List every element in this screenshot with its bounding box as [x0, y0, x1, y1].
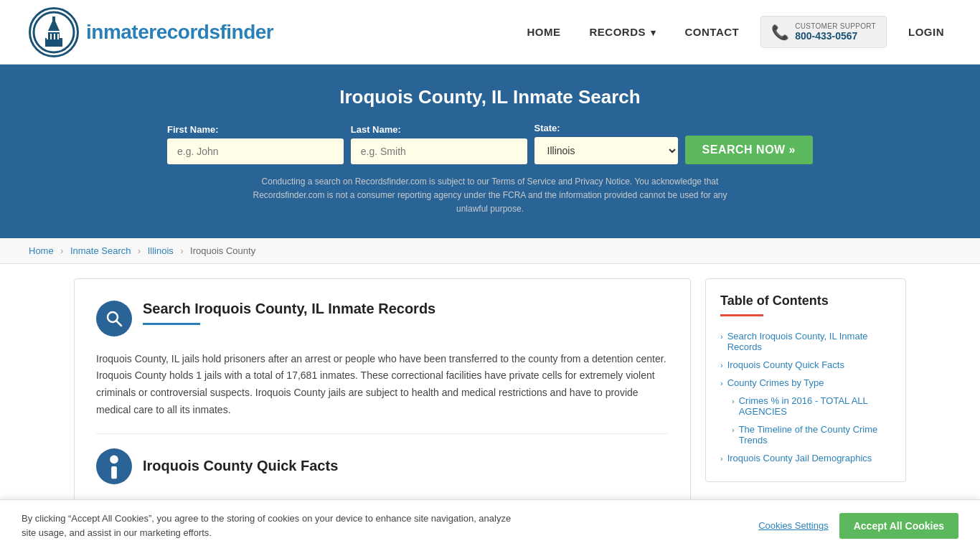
state-group: State: Illinois Alabama Alaska Arizona C… — [534, 123, 678, 164]
hero-disclaimer: Conducting a search on Recordsfinder.com… — [239, 175, 741, 217]
svg-rect-8 — [57, 34, 59, 39]
toc-chevron-1: › — [720, 332, 723, 341]
quick-facts-header: Iroquois County Quick Facts — [96, 448, 669, 484]
svg-rect-6 — [50, 34, 52, 39]
breadcrumb: Home › Inmate Search › Illinois › Iroquo… — [0, 238, 980, 264]
logo-icon — [29, 7, 79, 57]
section-1-header: Search Iroquois County, IL Inmate Record… — [96, 301, 669, 336]
support-number: 800-433-0567 — [795, 30, 876, 42]
last-name-group: Last Name: — [351, 124, 527, 164]
breadcrumb-illinois[interactable]: Illinois — [148, 245, 174, 256]
site-name: inmaterecordsfinder — [86, 21, 273, 44]
quick-facts-title: Iroquois County Quick Facts — [143, 458, 338, 474]
state-select[interactable]: Illinois Alabama Alaska Arizona Californ… — [534, 137, 678, 164]
toc-link-3[interactable]: › County Crimes by Type — [720, 377, 891, 388]
support-button[interactable]: 📞 CUSTOMER SUPPORT 800-433-0567 — [760, 16, 887, 48]
nav-records[interactable]: RECORDS — [582, 22, 663, 42]
toc-chevron-4: › — [732, 397, 735, 405]
sidebar: Table of Contents › Search Iroquois Coun… — [705, 278, 906, 482]
records-chevron-icon — [649, 26, 656, 38]
svg-rect-5 — [47, 34, 48, 39]
cookie-banner: By clicking “Accept All Cookies”, you ag… — [0, 499, 980, 521]
toc-item-3: › County Crimes by Type — [720, 374, 891, 392]
breadcrumb-home[interactable]: Home — [29, 245, 54, 256]
main-nav: HOME RECORDS CONTACT 📞 CUSTOMER SUPPORT … — [519, 16, 951, 48]
breadcrumb-inmate-search[interactable]: Inmate Search — [70, 245, 131, 256]
content-area: Search Iroquois County, IL Inmate Record… — [74, 278, 691, 507]
svg-rect-4 — [52, 17, 55, 21]
cookie-actions: Cookies Settings Accept All Cookies — [758, 513, 958, 521]
page-title: Iroquois County, IL Inmate Search — [29, 86, 951, 108]
accept-cookies-button[interactable]: Accept All Cookies — [839, 513, 958, 521]
first-name-group: First Name: — [167, 124, 344, 164]
login-button[interactable]: LOGIN — [901, 22, 951, 42]
state-label: State: — [534, 123, 678, 133]
svg-line-10 — [116, 321, 121, 326]
section-divider — [96, 433, 669, 434]
hero-section: Iroquois County, IL Inmate Search First … — [0, 65, 980, 238]
quick-facts-icon — [96, 448, 132, 484]
support-label: CUSTOMER SUPPORT — [795, 22, 876, 30]
section-1-title: Search Iroquois County, IL Inmate Record… — [143, 301, 435, 317]
toc-link-5[interactable]: › The Timeline of the County Crime Trend… — [732, 424, 891, 446]
toc-item-6: › Iroquois County Jail Demographics — [720, 449, 891, 467]
nav-home[interactable]: HOME — [519, 22, 567, 42]
cookies-settings-button[interactable]: Cookies Settings — [758, 520, 829, 521]
breadcrumb-sep-2: › — [138, 246, 141, 256]
first-name-label: First Name: — [167, 124, 344, 135]
toc-item-2: › Iroquois County Quick Facts — [720, 356, 891, 374]
section-1-text: Iroquois County, IL jails hold prisoners… — [96, 351, 669, 419]
toc-chevron-3: › — [720, 379, 723, 387]
toc-underline — [720, 314, 763, 316]
toc-link-1[interactable]: › Search Iroquois County, IL Inmate Reco… — [720, 331, 891, 352]
svg-point-11 — [110, 455, 118, 463]
search-section-icon — [96, 301, 132, 336]
cookie-text: By clicking “Accept All Cookies”, you ag… — [22, 512, 524, 521]
breadcrumb-sep-1: › — [60, 246, 63, 256]
nav-contact[interactable]: CONTACT — [678, 22, 747, 42]
site-header: inmaterecordsfinder HOME RECORDS CONTACT… — [0, 0, 980, 65]
last-name-label: Last Name: — [351, 124, 527, 135]
toc-item-5: › The Timeline of the County Crime Trend… — [720, 420, 891, 449]
toc-chevron-5: › — [732, 425, 735, 434]
last-name-input[interactable] — [351, 138, 527, 164]
toc-link-2[interactable]: › Iroquois County Quick Facts — [720, 359, 891, 370]
svg-rect-7 — [54, 34, 55, 39]
toc-item-1: › Search Iroquois County, IL Inmate Reco… — [720, 327, 891, 356]
phone-icon: 📞 — [771, 24, 789, 41]
toc-item-4: › Crimes % in 2016 - TOTAL ALL AGENCIES — [720, 392, 891, 420]
toc-list: › Search Iroquois County, IL Inmate Reco… — [720, 327, 891, 467]
logo-area: inmaterecordsfinder — [29, 7, 273, 57]
search-button[interactable]: SEARCH NOW » — [685, 136, 813, 164]
svg-rect-12 — [111, 466, 117, 479]
breadcrumb-sep-3: › — [180, 246, 183, 256]
main-content: Search Iroquois County, IL Inmate Record… — [60, 278, 920, 507]
search-form: First Name: Last Name: State: Illinois A… — [167, 123, 813, 164]
first-name-input[interactable] — [167, 138, 344, 164]
section-1-underline — [143, 323, 200, 325]
toc-chevron-6: › — [720, 454, 723, 463]
toc-link-6[interactable]: › Iroquois County Jail Demographics — [720, 453, 891, 463]
toc-chevron-2: › — [720, 361, 723, 369]
toc-title: Table of Contents — [720, 293, 891, 309]
breadcrumb-county: Iroquois County — [190, 245, 255, 256]
toc-link-4[interactable]: › Crimes % in 2016 - TOTAL ALL AGENCIES — [732, 395, 891, 417]
